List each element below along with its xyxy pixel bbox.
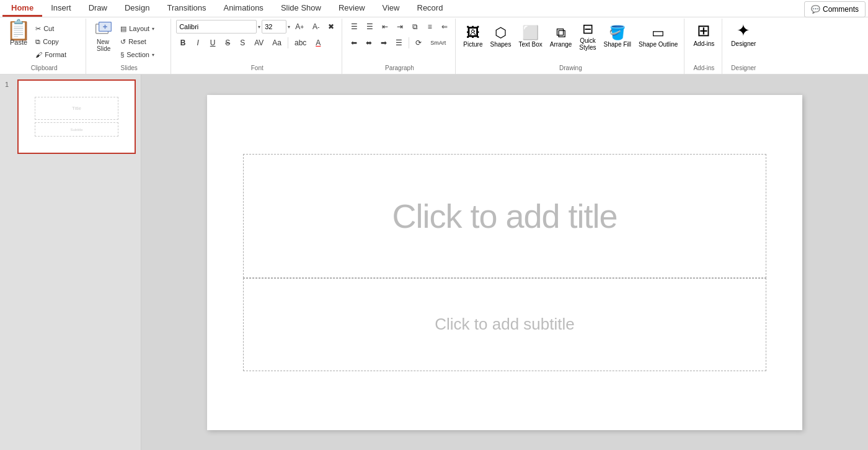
subtitle-placeholder-text: Click to add subtitle <box>435 315 574 334</box>
columns-button[interactable]: ⧉ <box>408 20 422 34</box>
paste-label: Paste <box>10 38 27 46</box>
reset-icon: ↺ <box>120 38 126 46</box>
main-container: 1 Title Subtitle Click to add title <box>0 74 868 450</box>
font-size-input[interactable] <box>262 20 286 34</box>
tab-home[interactable]: Home <box>2 0 42 17</box>
clear-format-button[interactable]: ✖ <box>324 20 338 34</box>
tab-review[interactable]: Review <box>330 0 374 17</box>
new-slide-button[interactable]: NewSlide <box>91 20 116 53</box>
add-ins-button[interactable]: ⊞ Add-ins <box>689 20 718 48</box>
designer-button[interactable]: ✦ Designer <box>727 20 760 48</box>
canvas-area: Click to add title Click to add subtitle <box>141 74 868 450</box>
font-name-input[interactable] <box>176 20 257 34</box>
underline-button[interactable]: U <box>206 36 219 50</box>
increase-indent-button[interactable]: ⇥ <box>393 20 407 34</box>
picture-button[interactable]: 🖼 Picture <box>461 24 485 49</box>
quick-styles-button[interactable]: ⊟ QuickStyles <box>577 20 598 52</box>
paste-icon: 📋 <box>10 21 27 38</box>
tab-record[interactable]: Record <box>409 0 452 17</box>
strikethrough-button[interactable]: S <box>221 36 234 50</box>
arrange-icon: ⧉ <box>556 25 566 41</box>
arrange-button[interactable]: ⧉ Arrange <box>547 24 575 49</box>
designer-icon: ✦ <box>737 21 750 40</box>
shape-fill-icon: 🪣 <box>609 25 626 41</box>
format-painter-icon: 🖌 <box>35 51 42 58</box>
shadow-button[interactable]: S <box>236 36 249 50</box>
quick-styles-icon: ⊟ <box>582 21 593 37</box>
tab-view[interactable]: View <box>374 0 409 17</box>
shape-fill-button[interactable]: 🪣 Shape Fill <box>601 24 634 49</box>
shapes-button[interactable]: ⬡ Shapes <box>487 24 513 49</box>
section-icon: § <box>120 51 124 58</box>
copy-icon: ⧉ <box>35 38 40 46</box>
slide-thumbnail[interactable]: Title Subtitle <box>17 79 136 154</box>
rtl-button[interactable]: ⇐ <box>438 20 451 34</box>
font-color-button[interactable]: A <box>311 36 325 50</box>
numbering-button[interactable]: ☰ <box>363 20 377 34</box>
font-group-label: Font <box>251 65 264 73</box>
font-grow-button[interactable]: A+ <box>291 20 308 34</box>
tab-draw[interactable]: Draw <box>80 0 116 17</box>
addins-group-label: Add-ins <box>693 65 714 73</box>
text-box-icon: ⬜ <box>522 25 539 41</box>
new-slide-svg <box>95 19 112 40</box>
section-button[interactable]: § Section ▾ <box>117 48 167 61</box>
ribbon: 📋 Paste ✂ Cut ⧉ Copy 🖌 Format Clipboard <box>0 17 868 74</box>
italic-button[interactable]: I <box>191 36 205 50</box>
layout-icon: ▤ <box>120 25 126 33</box>
shape-outline-icon: ▭ <box>652 25 665 41</box>
picture-icon: 🖼 <box>466 25 480 41</box>
paragraph-group-label: Paragraph <box>385 65 414 73</box>
tab-slideshow[interactable]: Slide Show <box>272 0 330 17</box>
char-spacing-button[interactable]: AV <box>250 36 267 50</box>
cut-icon: ✂ <box>35 25 41 33</box>
copy-button[interactable]: ⧉ Copy <box>32 35 82 48</box>
font-shrink-button[interactable]: A- <box>309 20 323 34</box>
slide-canvas: Click to add title Click to add subtitle <box>207 95 802 430</box>
tab-design[interactable]: Design <box>116 0 158 17</box>
subtitle-placeholder[interactable]: Click to add subtitle <box>243 278 767 371</box>
align-center-button[interactable]: ⬌ <box>362 36 376 50</box>
ribbon-group-addins: ⊞ Add-ins Add-ins <box>686 19 722 74</box>
slide-thumbnail-container: 1 Title Subtitle <box>5 79 136 154</box>
bold-button[interactable]: B <box>176 36 190 50</box>
reset-button[interactable]: ↺ Reset <box>117 35 167 48</box>
new-slide-icon <box>95 21 112 38</box>
drawing-group-label: Drawing <box>559 65 582 73</box>
cut-button[interactable]: ✂ Cut <box>32 22 82 35</box>
text-direction-button[interactable]: ⟳ <box>412 36 425 50</box>
tab-transitions[interactable]: Transitions <box>158 0 215 17</box>
tab-bar: Home Insert Draw Design Transitions Anim… <box>0 0 868 17</box>
align-left-button[interactable]: ⬅ <box>347 36 361 50</box>
shape-outline-button[interactable]: ▭ Shape Outline <box>636 24 680 49</box>
slide-panel: 1 Title Subtitle <box>0 74 141 450</box>
add-ins-icon: ⊞ <box>697 21 711 40</box>
ribbon-group-designer: ✦ Designer Designer <box>724 19 763 74</box>
convert-smartart-button[interactable]: SmArt <box>427 36 450 50</box>
title-placeholder[interactable]: Click to add title <box>243 154 767 278</box>
layout-button[interactable]: ▤ Layout ▾ <box>117 22 167 35</box>
designer-group-label: Designer <box>731 65 756 73</box>
align-right-button[interactable]: ➡ <box>377 36 391 50</box>
tab-animations[interactable]: Animations <box>215 0 272 17</box>
decrease-indent-button[interactable]: ⇤ <box>378 20 392 34</box>
ribbon-group-font: ▾ ▾ A+ A- ✖ B I U S S AV Aa abc A Font <box>172 19 342 74</box>
ribbon-group-slides: NewSlide ▤ Layout ▾ ↺ Reset § Section ▾ <box>87 19 171 74</box>
text-box-button[interactable]: ⬜ Text Box <box>516 24 544 49</box>
change-case-button[interactable]: Aa <box>268 36 285 50</box>
line-spacing-button[interactable]: ≡ <box>423 20 436 34</box>
format-painter-button[interactable]: 🖌 Format <box>32 48 82 61</box>
justify-button[interactable]: ☰ <box>392 36 406 50</box>
new-slide-label: NewSlide <box>97 38 110 52</box>
title-placeholder-text: Click to add title <box>392 197 617 235</box>
comments-button[interactable]: 💬 Comments <box>804 1 866 17</box>
ribbon-group-clipboard: 📋 Paste ✂ Cut ⧉ Copy 🖌 Format Clipboard <box>2 19 86 74</box>
text-highlight-button[interactable]: abc <box>291 36 310 50</box>
slide-number: 1 <box>5 79 14 88</box>
paste-button[interactable]: 📋 Paste <box>6 20 31 47</box>
comments-icon: 💬 <box>811 5 820 14</box>
tab-insert[interactable]: Insert <box>42 0 80 17</box>
ribbon-group-drawing: 🖼 Picture ⬡ Shapes ⬜ Text Box ⧉ Arrange <box>457 19 684 74</box>
bullets-button[interactable]: ☰ <box>347 20 361 34</box>
clipboard-group-label: Clipboard <box>31 65 58 73</box>
